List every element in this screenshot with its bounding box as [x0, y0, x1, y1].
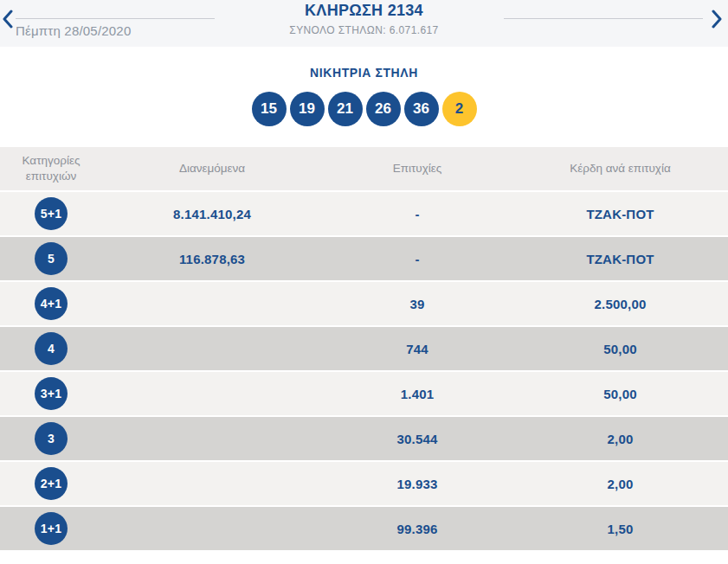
category-cell: 1+1: [0, 512, 102, 545]
successes-cell: 744: [322, 342, 512, 356]
winning-number-ball: 36: [404, 92, 439, 126]
successes-cell: 30.544: [322, 432, 512, 446]
winning-column-section: ΝΙΚΗΤΡΙΑ ΣΤΗΛΗ 15 19 21 26 36 2: [0, 47, 728, 126]
winnings-cell: ΤΖΑΚ-ΠΟΤ: [512, 207, 728, 221]
successes-cell: 1.401: [322, 387, 512, 401]
winnings-cell: 2,00: [512, 432, 728, 446]
category-badge: 5+1: [35, 197, 68, 230]
table-row: 4 744 50,00: [0, 327, 728, 372]
winnings-cell: 2.500,00: [512, 297, 728, 311]
table-row: 1+1 99.396 1,50: [0, 507, 728, 552]
timeline-right-divider: [504, 18, 703, 19]
category-badge: 2+1: [35, 467, 68, 500]
winnings-cell: 50,00: [512, 387, 728, 401]
results-table-body: 5+1 8.141.410,24 - ΤΖΑΚ-ΠΟΤ 5 116.878,63…: [0, 192, 728, 552]
table-row: 2+1 19.933 2,00: [0, 462, 728, 507]
column-header-winnings: Κέρδη ανά επιτυχία: [512, 161, 728, 176]
successes-cell: -: [322, 252, 512, 266]
winning-numbers: 15 19 21 26 36 2: [0, 92, 728, 126]
category-cell: 4+1: [0, 287, 102, 320]
category-badge: 4+1: [35, 287, 68, 320]
category-cell: 5: [0, 242, 102, 275]
column-header-successes: Επιτυχίες: [322, 161, 512, 176]
column-header-distributed: Διανεμόμενα: [102, 161, 322, 176]
total-columns-label: ΣΥΝΟΛΟ ΣΤΗΛΩΝ: 6.071.617: [0, 24, 728, 36]
winnings-cell: 2,00: [512, 477, 728, 491]
draw-navigation-header: Πέμπτη 28/05/2020 ΚΛΗΡΩΣΗ 2134 ΣΥΝΟΛΟ ΣΤ…: [0, 0, 728, 47]
results-table: Κατηγορίες επιτυχιών Διανεμόμενα Επιτυχί…: [0, 147, 728, 552]
chevron-right-icon: [712, 18, 723, 31]
page-title: ΚΛΗΡΩΣΗ 2134: [0, 2, 728, 20]
category-badge: 5: [35, 242, 68, 275]
winning-number-ball: 21: [328, 92, 363, 126]
category-badge: 4: [35, 332, 68, 365]
winning-number-ball: 19: [290, 92, 325, 126]
results-table-header: Κατηγορίες επιτυχιών Διανεμόμενα Επιτυχί…: [0, 147, 728, 192]
category-cell: 3+1: [0, 377, 102, 410]
winning-column-title: ΝΙΚΗΤΡΙΑ ΣΤΗΛΗ: [0, 66, 728, 80]
table-row: 5 116.878,63 - ΤΖΑΚ-ΠΟΤ: [0, 237, 728, 282]
successes-cell: -: [322, 207, 512, 221]
category-cell: 5+1: [0, 197, 102, 230]
winnings-cell: ΤΖΑΚ-ΠΟΤ: [512, 252, 728, 266]
table-row: 5+1 8.141.410,24 - ΤΖΑΚ-ΠΟΤ: [0, 192, 728, 237]
winning-number-ball: 15: [252, 92, 287, 126]
draw-results-page: Πέμπτη 28/05/2020 ΚΛΗΡΩΣΗ 2134 ΣΥΝΟΛΟ ΣΤ…: [0, 0, 728, 564]
draw-title-block: ΚΛΗΡΩΣΗ 2134 ΣΥΝΟΛΟ ΣΤΗΛΩΝ: 6.071.617: [0, 2, 728, 36]
distributed-cell: 8.141.410,24: [102, 207, 322, 221]
joker-number-ball: 2: [442, 92, 477, 126]
next-draw-button[interactable]: [712, 10, 723, 29]
category-cell: 4: [0, 332, 102, 365]
distributed-cell: 116.878,63: [102, 252, 322, 266]
table-row: 4+1 39 2.500,00: [0, 282, 728, 327]
category-cell: 3: [0, 422, 102, 455]
table-row: 3+1 1.401 50,00: [0, 372, 728, 417]
category-badge: 1+1: [35, 512, 68, 545]
category-badge: 3: [35, 422, 68, 455]
category-badge: 3+1: [35, 377, 68, 410]
column-header-category: Κατηγορίες επιτυχιών: [0, 153, 102, 183]
successes-cell: 39: [322, 297, 512, 311]
winnings-cell: 1,50: [512, 522, 728, 536]
winnings-cell: 50,00: [512, 342, 728, 356]
successes-cell: 19.933: [322, 477, 512, 491]
table-row: 3 30.544 2,00: [0, 417, 728, 462]
winning-number-ball: 26: [366, 92, 401, 126]
successes-cell: 99.396: [322, 522, 512, 536]
category-cell: 2+1: [0, 467, 102, 500]
